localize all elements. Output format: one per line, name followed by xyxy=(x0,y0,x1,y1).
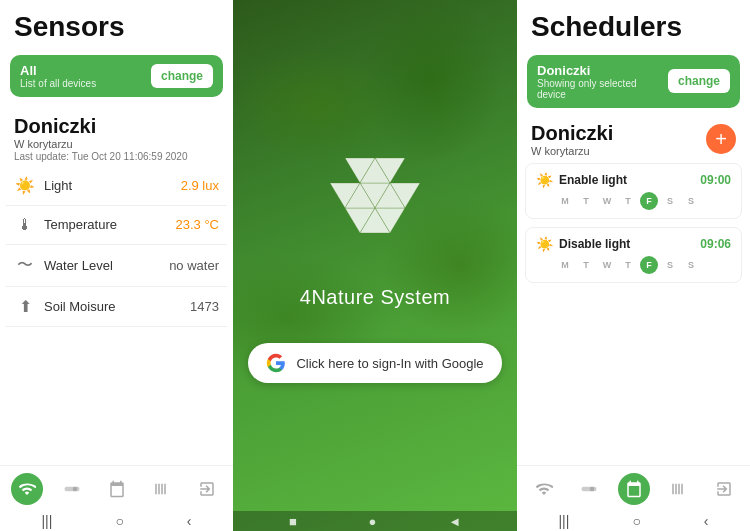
nav-icon-exit[interactable] xyxy=(191,473,223,505)
sensor-row-light: ☀️ Light 2.9 lux xyxy=(6,166,227,206)
middle-content: 4Nature System Click here to sign-In wit… xyxy=(233,0,517,531)
nav-icon-calendar[interactable] xyxy=(101,473,133,505)
right-sys-bar-menu[interactable]: ||| xyxy=(558,513,569,529)
google-signin-button[interactable]: Click here to sign-In with Google xyxy=(248,343,501,383)
sensors-doniczki-location: W korytarzu xyxy=(14,138,219,150)
sensors-last-update: Last update: Tue Oct 20 11:06:59 2020 xyxy=(14,151,219,162)
google-icon xyxy=(266,353,286,373)
brand-name: 4Nature System xyxy=(300,286,450,309)
right-nav-toggle[interactable] xyxy=(573,473,605,505)
sensors-device-selector[interactable]: All List of all devices change xyxy=(10,55,223,97)
light-label: Light xyxy=(44,178,173,193)
logo-container xyxy=(315,148,435,272)
sys-bar-home[interactable]: ○ xyxy=(115,513,123,529)
schedulers-device-selector[interactable]: Doniczki Showing only selected device ch… xyxy=(527,55,740,108)
sched-day-thu-1: T xyxy=(619,192,637,210)
temperature-icon: 🌡 xyxy=(14,216,36,234)
water-icon: 〜 xyxy=(14,255,36,276)
sensors-doniczki-name: Doniczki xyxy=(14,115,219,138)
sched-sun-icon-2: ☀️ xyxy=(536,236,553,252)
google-signin-text: Click here to sign-In with Google xyxy=(296,356,483,371)
soil-value: 1473 xyxy=(190,299,219,314)
sensors-panel: Sensors All List of all devices change D… xyxy=(0,0,233,531)
mid-sys-home[interactable]: ● xyxy=(369,514,377,529)
light-value: 2.9 lux xyxy=(181,178,219,193)
scheduler-card-disable-light: ☀️ Disable light 09:06 M T W T F S S xyxy=(525,227,742,283)
right-nav-wifi[interactable] xyxy=(528,473,560,505)
nav-icon-wifi[interactable] xyxy=(11,473,43,505)
sched-day-sat-2: S xyxy=(661,256,679,274)
svg-point-1 xyxy=(72,486,77,491)
sched-day-tue-1: T xyxy=(577,192,595,210)
scheduler-card-enable-light: ☀️ Enable light 09:00 M T W T F S S xyxy=(525,163,742,219)
schedulers-device-sub: Showing only selected device xyxy=(537,78,668,100)
schedulers-change-button[interactable]: change xyxy=(668,69,730,93)
sched-day-thu-2: T xyxy=(619,256,637,274)
schedulers-bottom-nav xyxy=(517,465,750,511)
right-nav-exit[interactable] xyxy=(708,473,740,505)
right-nav-calendar[interactable] xyxy=(618,473,650,505)
water-label: Water Level xyxy=(44,258,161,273)
schedulers-doniczki-location: W korytarzu xyxy=(531,145,706,157)
middle-panel: 4Nature System Click here to sign-In wit… xyxy=(233,0,517,531)
schedulers-doniczki-name: Doniczki xyxy=(531,122,706,145)
sched-time-1: 09:00 xyxy=(700,173,731,187)
sched-day-fri-2: F xyxy=(640,256,658,274)
sched-day-fri-1: F xyxy=(640,192,658,210)
schedulers-device-left: Doniczki W korytarzu xyxy=(531,122,706,157)
light-icon: ☀️ xyxy=(14,176,36,195)
sched-time-2: 09:06 xyxy=(700,237,731,251)
sched-sun-icon-1: ☀️ xyxy=(536,172,553,188)
schedulers-device-details: Doniczki W korytarzu + xyxy=(517,118,750,163)
sensor-row-water: 〜 Water Level no water xyxy=(6,245,227,287)
sched-label-1: Enable light xyxy=(559,173,694,187)
nav-icon-columns[interactable] xyxy=(146,473,178,505)
sched-day-sun-2: S xyxy=(682,256,700,274)
sensors-device-details: Doniczki W korytarzu Last update: Tue Oc… xyxy=(0,107,233,166)
sched-day-sun-1: S xyxy=(682,192,700,210)
mid-sys-stop[interactable]: ■ xyxy=(289,514,297,529)
svg-point-14 xyxy=(589,486,594,491)
hex-logo xyxy=(315,148,435,268)
schedulers-device-name: Doniczki xyxy=(537,63,668,78)
right-sys-bar-back[interactable]: ‹ xyxy=(704,513,709,529)
sched-label-2: Disable light xyxy=(559,237,694,251)
sched-day-wed-2: W xyxy=(598,256,616,274)
sensors-device-name: All xyxy=(20,63,151,78)
sensors-bottom-nav xyxy=(0,465,233,511)
sys-bar-back[interactable]: ‹ xyxy=(187,513,192,529)
sensors-header: Sensors xyxy=(0,0,233,49)
sensor-row-temperature: 🌡 Temperature 23.3 °C xyxy=(6,206,227,245)
schedulers-sys-bar: ||| ○ ‹ xyxy=(517,511,750,531)
sensors-change-button[interactable]: change xyxy=(151,64,213,88)
temperature-value: 23.3 °C xyxy=(175,217,219,232)
sensors-device-sub: List of all devices xyxy=(20,78,151,89)
schedulers-header: Schedulers xyxy=(517,0,750,49)
sched-day-wed-1: W xyxy=(598,192,616,210)
sched-days-1: M T W T F S S xyxy=(556,192,731,210)
sys-bar-menu[interactable]: ||| xyxy=(41,513,52,529)
schedulers-panel: Schedulers Doniczki Showing only selecte… xyxy=(517,0,750,531)
sensor-list: ☀️ Light 2.9 lux 🌡 Temperature 23.3 °C 〜… xyxy=(0,166,233,465)
scheduler-list: ☀️ Enable light 09:00 M T W T F S S ☀️ D… xyxy=(517,163,750,465)
sched-day-mon-1: M xyxy=(556,192,574,210)
right-sys-bar-home[interactable]: ○ xyxy=(632,513,640,529)
nav-icon-toggle[interactable] xyxy=(56,473,88,505)
sched-days-2: M T W T F S S xyxy=(556,256,731,274)
sched-day-mon-2: M xyxy=(556,256,574,274)
water-value: no water xyxy=(169,258,219,273)
right-nav-columns[interactable] xyxy=(663,473,695,505)
sched-top-2: ☀️ Disable light 09:06 xyxy=(536,236,731,252)
soil-label: Soil Moisure xyxy=(44,299,182,314)
add-scheduler-button[interactable]: + xyxy=(706,124,736,154)
temperature-label: Temperature xyxy=(44,217,167,232)
soil-icon: ⬆ xyxy=(14,297,36,316)
sched-top-1: ☀️ Enable light 09:00 xyxy=(536,172,731,188)
sched-day-sat-1: S xyxy=(661,192,679,210)
sensors-title: Sensors xyxy=(14,12,219,43)
sensor-row-soil: ⬆ Soil Moisure 1473 xyxy=(6,287,227,327)
mid-sys-back[interactable]: ◄ xyxy=(448,514,461,529)
middle-sys-bar: ■ ● ◄ xyxy=(233,511,517,531)
schedulers-title: Schedulers xyxy=(531,12,736,43)
sensors-sys-bar: ||| ○ ‹ xyxy=(0,511,233,531)
